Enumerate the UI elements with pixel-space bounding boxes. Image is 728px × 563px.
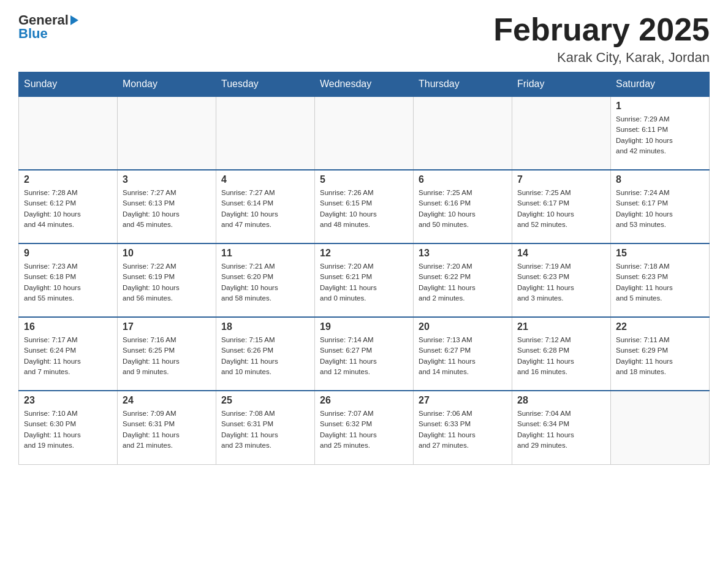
calendar-cell: 11Sunrise: 7:21 AM Sunset: 6:20 PM Dayli…	[216, 243, 315, 317]
day-number: 17	[123, 321, 211, 332]
logo-triangle-icon	[70, 15, 78, 25]
day-number: 10	[123, 248, 211, 259]
day-info: Sunrise: 7:14 AM Sunset: 6:27 PM Dayligh…	[320, 335, 408, 377]
calendar-cell: 18Sunrise: 7:15 AM Sunset: 6:26 PM Dayli…	[216, 317, 315, 391]
calendar-cell	[414, 96, 512, 170]
day-number: 7	[517, 174, 605, 185]
week-row-3: 9Sunrise: 7:23 AM Sunset: 6:18 PM Daylig…	[19, 243, 710, 317]
calendar-cell: 22Sunrise: 7:11 AM Sunset: 6:29 PM Dayli…	[611, 317, 710, 391]
day-number: 11	[221, 248, 309, 259]
calendar-cell: 24Sunrise: 7:09 AM Sunset: 6:31 PM Dayli…	[118, 391, 216, 464]
calendar-cell: 2Sunrise: 7:28 AM Sunset: 6:12 PM Daylig…	[19, 170, 118, 243]
day-number: 19	[320, 321, 408, 332]
calendar-cell: 27Sunrise: 7:06 AM Sunset: 6:33 PM Dayli…	[414, 391, 512, 464]
week-row-1: 1Sunrise: 7:29 AM Sunset: 6:11 PM Daylig…	[19, 96, 710, 170]
week-row-5: 23Sunrise: 7:10 AM Sunset: 6:30 PM Dayli…	[19, 391, 710, 464]
day-number: 3	[123, 174, 211, 185]
day-info: Sunrise: 7:24 AM Sunset: 6:17 PM Dayligh…	[616, 188, 704, 230]
calendar-cell: 7Sunrise: 7:25 AM Sunset: 6:17 PM Daylig…	[512, 170, 611, 243]
day-number: 28	[517, 395, 605, 406]
day-info: Sunrise: 7:26 AM Sunset: 6:15 PM Dayligh…	[320, 188, 408, 230]
calendar-cell: 8Sunrise: 7:24 AM Sunset: 6:17 PM Daylig…	[611, 170, 710, 243]
calendar-cell: 23Sunrise: 7:10 AM Sunset: 6:30 PM Dayli…	[19, 391, 118, 464]
calendar-cell	[118, 96, 216, 170]
day-info: Sunrise: 7:29 AM Sunset: 6:11 PM Dayligh…	[616, 114, 704, 156]
day-info: Sunrise: 7:09 AM Sunset: 6:31 PM Dayligh…	[123, 408, 211, 451]
calendar-cell: 16Sunrise: 7:17 AM Sunset: 6:24 PM Dayli…	[19, 317, 118, 391]
day-number: 26	[320, 395, 408, 406]
day-number: 20	[419, 321, 507, 332]
calendar-cell: 6Sunrise: 7:25 AM Sunset: 6:16 PM Daylig…	[414, 170, 512, 243]
calendar-cell: 1Sunrise: 7:29 AM Sunset: 6:11 PM Daylig…	[611, 96, 710, 170]
day-number: 22	[616, 321, 704, 332]
logo-blue-text: Blue	[18, 26, 48, 42]
day-number: 24	[123, 395, 211, 406]
day-info: Sunrise: 7:16 AM Sunset: 6:25 PM Dayligh…	[123, 335, 211, 377]
day-info: Sunrise: 7:06 AM Sunset: 6:33 PM Dayligh…	[419, 408, 507, 451]
calendar-cell: 20Sunrise: 7:13 AM Sunset: 6:27 PM Dayli…	[414, 317, 512, 391]
logo: General Blue	[18, 12, 78, 42]
calendar-cell: 28Sunrise: 7:04 AM Sunset: 6:34 PM Dayli…	[512, 391, 611, 464]
calendar-cell: 3Sunrise: 7:27 AM Sunset: 6:13 PM Daylig…	[118, 170, 216, 243]
day-header-sunday: Sunday	[19, 72, 118, 97]
day-info: Sunrise: 7:18 AM Sunset: 6:23 PM Dayligh…	[616, 261, 704, 304]
title-section: February 2025 Karak City, Karak, Jordan	[493, 12, 710, 66]
month-title: February 2025	[493, 12, 710, 47]
calendar-cell: 5Sunrise: 7:26 AM Sunset: 6:15 PM Daylig…	[315, 170, 414, 243]
day-info: Sunrise: 7:25 AM Sunset: 6:16 PM Dayligh…	[419, 188, 507, 230]
calendar-cell: 4Sunrise: 7:27 AM Sunset: 6:14 PM Daylig…	[216, 170, 315, 243]
calendar-cell: 25Sunrise: 7:08 AM Sunset: 6:31 PM Dayli…	[216, 391, 315, 464]
day-number: 15	[616, 248, 704, 259]
calendar-cell	[611, 391, 710, 464]
day-info: Sunrise: 7:15 AM Sunset: 6:26 PM Dayligh…	[221, 335, 309, 377]
day-number: 8	[616, 174, 704, 185]
calendar-cell: 14Sunrise: 7:19 AM Sunset: 6:23 PM Dayli…	[512, 243, 611, 317]
day-header-thursday: Thursday	[414, 72, 512, 97]
week-row-2: 2Sunrise: 7:28 AM Sunset: 6:12 PM Daylig…	[19, 170, 710, 243]
calendar-cell: 12Sunrise: 7:20 AM Sunset: 6:21 PM Dayli…	[315, 243, 414, 317]
calendar-cell	[315, 96, 414, 170]
day-info: Sunrise: 7:21 AM Sunset: 6:20 PM Dayligh…	[221, 261, 309, 304]
day-info: Sunrise: 7:23 AM Sunset: 6:18 PM Dayligh…	[24, 261, 112, 304]
day-info: Sunrise: 7:13 AM Sunset: 6:27 PM Dayligh…	[419, 335, 507, 377]
page-header: General Blue February 2025 Karak City, K…	[18, 12, 710, 66]
calendar-cell	[216, 96, 315, 170]
day-info: Sunrise: 7:20 AM Sunset: 6:22 PM Dayligh…	[419, 261, 507, 304]
day-header-saturday: Saturday	[611, 72, 710, 97]
day-number: 21	[517, 321, 605, 332]
day-number: 16	[24, 321, 112, 332]
day-header-tuesday: Tuesday	[216, 72, 315, 97]
week-row-4: 16Sunrise: 7:17 AM Sunset: 6:24 PM Dayli…	[19, 317, 710, 391]
day-number: 4	[221, 174, 309, 185]
day-info: Sunrise: 7:27 AM Sunset: 6:13 PM Dayligh…	[123, 188, 211, 230]
day-number: 1	[616, 101, 704, 112]
day-number: 13	[419, 248, 507, 259]
calendar-cell	[512, 96, 611, 170]
day-info: Sunrise: 7:17 AM Sunset: 6:24 PM Dayligh…	[24, 335, 112, 377]
day-number: 18	[221, 321, 309, 332]
calendar-table: SundayMondayTuesdayWednesdayThursdayFrid…	[18, 72, 710, 465]
day-info: Sunrise: 7:10 AM Sunset: 6:30 PM Dayligh…	[24, 408, 112, 451]
calendar-cell: 9Sunrise: 7:23 AM Sunset: 6:18 PM Daylig…	[19, 243, 118, 317]
day-header-monday: Monday	[118, 72, 216, 97]
day-number: 5	[320, 174, 408, 185]
day-number: 27	[419, 395, 507, 406]
day-info: Sunrise: 7:22 AM Sunset: 6:19 PM Dayligh…	[123, 261, 211, 304]
day-number: 25	[221, 395, 309, 406]
location-title: Karak City, Karak, Jordan	[493, 50, 710, 66]
day-info: Sunrise: 7:28 AM Sunset: 6:12 PM Dayligh…	[24, 188, 112, 230]
day-info: Sunrise: 7:20 AM Sunset: 6:21 PM Dayligh…	[320, 261, 408, 304]
day-number: 14	[517, 248, 605, 259]
day-number: 6	[419, 174, 507, 185]
day-number: 23	[24, 395, 112, 406]
day-number: 9	[24, 248, 112, 259]
calendar-cell: 17Sunrise: 7:16 AM Sunset: 6:25 PM Dayli…	[118, 317, 216, 391]
day-info: Sunrise: 7:04 AM Sunset: 6:34 PM Dayligh…	[517, 408, 605, 451]
calendar-cell: 26Sunrise: 7:07 AM Sunset: 6:32 PM Dayli…	[315, 391, 414, 464]
calendar-cell: 15Sunrise: 7:18 AM Sunset: 6:23 PM Dayli…	[611, 243, 710, 317]
calendar-cell: 21Sunrise: 7:12 AM Sunset: 6:28 PM Dayli…	[512, 317, 611, 391]
day-header-wednesday: Wednesday	[315, 72, 414, 97]
day-info: Sunrise: 7:25 AM Sunset: 6:17 PM Dayligh…	[517, 188, 605, 230]
calendar-cell	[19, 96, 118, 170]
day-number: 12	[320, 248, 408, 259]
